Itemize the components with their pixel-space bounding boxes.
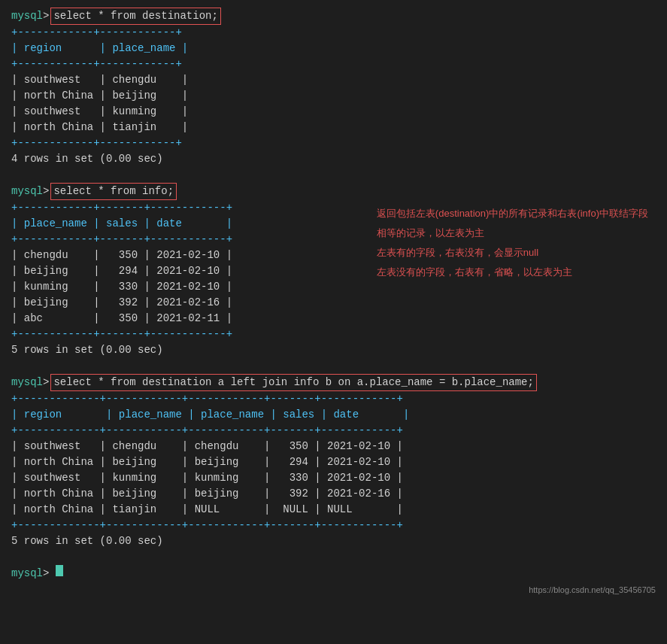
comment-line3: 左表有的字段，右表没有，会显示null: [377, 243, 648, 263]
q3-sep-mid: +-------------+------------+------------…: [11, 423, 656, 439]
query3-prompt-line: mysql> select * from destination a left …: [11, 374, 656, 391]
q1-sep-bottom: +------------+------------+: [11, 135, 656, 151]
q3-row-4: | north China | tianjin | NULL | NULL | …: [11, 502, 656, 518]
prompt3: mysql>: [11, 375, 49, 390]
query1-prompt-line: mysql> select * from destination;: [11, 8, 656, 25]
comment-block: 返回包括左表(destination)中的所有记录和右表(info)中联结字段 …: [377, 204, 648, 282]
q1-sep-mid: +------------+------------+: [11, 56, 656, 72]
cursor: [56, 565, 63, 576]
q2-row-3: | beijing | 392 | 2021-02-16 |: [11, 295, 656, 311]
q1-row-3: | north China | tianjin |: [11, 120, 656, 135]
comment-line2: 相等的记录，以左表为主: [377, 223, 648, 243]
q1-row-1: | north China | beijing |: [11, 88, 656, 104]
q1-row-2: | southwest | kunming |: [11, 104, 656, 120]
query3-command: select * from destination a left join in…: [50, 374, 537, 391]
q2-sep-bottom: +------------+-------+------------+: [11, 327, 656, 342]
q3-row-3: | north China | beijing | beijing | 392 …: [11, 486, 656, 502]
q1-row-0: | southwest | chengdu |: [11, 72, 656, 88]
q3-sep-top: +-------------+------------+------------…: [11, 391, 656, 407]
q1-header: | region | place_name |: [11, 41, 656, 56]
q1-result: 4 rows in set (0.00 sec): [11, 151, 656, 167]
q2-row-4: | abc | 350 | 2021-02-11 |: [11, 311, 656, 327]
q3-row-1: | north China | beijing | beijing | 294 …: [11, 454, 656, 470]
prompt1: mysql>: [11, 8, 49, 24]
prompt2: mysql>: [11, 184, 49, 199]
query2-prompt-line: mysql> select * from info;: [11, 183, 656, 200]
final-prompt: mysql>: [11, 566, 56, 582]
q1-sep-top: +------------+------------+: [11, 25, 656, 41]
query1-command: select * from destination;: [50, 8, 220, 25]
comment-line1: 返回包括左表(destination)中的所有记录和右表(info)中联结字段: [377, 204, 648, 223]
q3-result: 5 rows in set (0.00 sec): [11, 533, 656, 549]
q2-result: 5 rows in set (0.00 sec): [11, 342, 656, 358]
terminal: mysql> select * from destination; +-----…: [11, 8, 656, 594]
final-prompt-line: mysql>: [11, 565, 656, 582]
watermark: https://blog.csdn.net/qq_35456705: [11, 585, 656, 594]
q3-header: | region | place_name | place_name | sal…: [11, 407, 656, 423]
q3-row-0: | southwest | chengdu | chengdu | 350 | …: [11, 439, 656, 454]
q3-sep-bottom: +-------------+------------+------------…: [11, 518, 656, 533]
query2-section: mysql> select * from info; +------------…: [11, 183, 656, 358]
comment-line4: 左表没有的字段，右表有，省略，以左表为主: [377, 263, 648, 282]
query2-command: select * from info;: [50, 183, 177, 200]
q3-row-2: | southwest | kunming | kunming | 330 | …: [11, 470, 656, 486]
